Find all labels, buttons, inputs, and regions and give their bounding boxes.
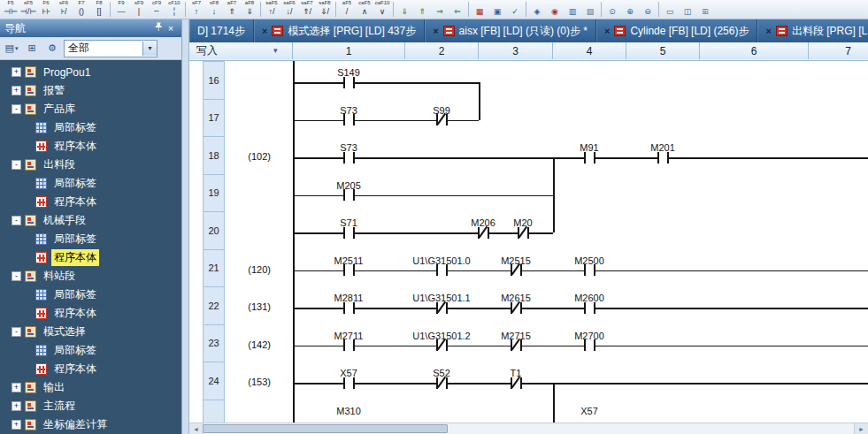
tab-5[interactable]: ×出料段 [PRG] [L <box>757 19 868 42</box>
monitor-stop-button[interactable]: ◉ <box>546 0 564 19</box>
delete-hline-button[interactable]: cF9╌ <box>148 0 165 19</box>
no-contact[interactable] <box>343 377 355 389</box>
expander-icon[interactable]: + <box>12 383 21 392</box>
expander-icon[interactable]: - <box>12 327 21 337</box>
comment-display-button[interactable]: ▧ <box>581 0 599 19</box>
tab-4[interactable]: ×Cylinde [FB] [LD] (256)步 <box>596 19 757 42</box>
falling-pulse-branch-button[interactable]: aF8⇓ <box>241 0 258 19</box>
expander-icon[interactable]: + <box>12 67 21 77</box>
no-contact[interactable] <box>343 189 355 201</box>
falling-pulse-close-branch-button[interactable]: saF8⇓/ <box>316 0 334 19</box>
tree-item-discharge-labels[interactable]: 局部标签 <box>0 174 181 193</box>
nc-contact[interactable] <box>511 377 522 389</box>
expander-icon[interactable]: + <box>12 420 21 430</box>
tree-item-mode-select-labels[interactable]: 局部标签 <box>0 341 181 360</box>
no-contact[interactable] <box>584 264 595 276</box>
insert-row-button[interactable]: ⇓ <box>396 0 413 19</box>
tab-close-icon[interactable]: × <box>262 26 267 36</box>
nc-contact[interactable] <box>436 114 448 126</box>
scroll-right-button[interactable]: ► <box>854 423 868 434</box>
rising-pulse-branch-button[interactable]: aF7⇑ <box>223 0 241 19</box>
no-contact[interactable] <box>343 264 355 276</box>
open-contact-button[interactable]: F5⊣⊢ <box>2 0 19 19</box>
convert-button[interactable]: ▦ <box>471 0 488 19</box>
tree-item-robot[interactable]: -机械手段 <box>0 211 181 230</box>
nc-contact[interactable] <box>436 377 448 389</box>
tab-close-icon[interactable]: × <box>433 26 438 36</box>
expander-icon[interactable]: - <box>12 216 21 225</box>
tree-item-product-lib-labels[interactable]: 局部标签 <box>0 118 181 137</box>
tree-item-robot-body[interactable]: 程序本体 <box>0 248 181 267</box>
tree-item-station[interactable]: -料站段 <box>0 267 181 286</box>
scroll-thumb[interactable] <box>203 424 448 433</box>
split-window-button[interactable]: ◫ <box>679 0 696 19</box>
filter-combo[interactable]: 全部 ▾ <box>64 40 157 57</box>
no-contact[interactable] <box>343 227 355 239</box>
close-branch-button[interactable]: sF6⊦/ <box>55 0 73 19</box>
expander-icon[interactable]: - <box>12 160 21 170</box>
tree-item-main-flow[interactable]: +主流程 <box>0 397 181 415</box>
falling-pulse-close-button[interactable]: saF6↓/ <box>280 0 298 19</box>
tab-close-icon[interactable]: × <box>604 26 610 36</box>
coil-button[interactable]: F7() <box>73 0 90 19</box>
no-contact[interactable] <box>584 152 595 164</box>
nav-close-icon[interactable]: × <box>165 22 177 34</box>
tree-item-mode-select[interactable]: -模式选择 <box>0 323 181 341</box>
settings-button[interactable]: ⚙ <box>43 40 61 57</box>
tree-item-robot-labels[interactable]: 局部标签 <box>0 230 181 248</box>
sort-button[interactable]: ⊞ <box>23 40 41 57</box>
pulse-conversion-button[interactable]: caF5∧ <box>356 0 373 19</box>
scroll-left-button[interactable]: ◄ <box>189 423 204 434</box>
tab-2[interactable]: ×模式选择 [PRG] [LD] 437步 <box>254 19 425 42</box>
nc-contact[interactable] <box>511 264 522 276</box>
tree-item-alarm[interactable]: +报警 <box>0 81 181 100</box>
tree-item-product-lib-body[interactable]: 程序本体 <box>0 137 181 156</box>
monitor-button[interactable]: ◈ <box>528 0 546 19</box>
nc-contact[interactable] <box>478 227 489 239</box>
tree-item-output[interactable]: +输出 <box>0 378 181 397</box>
expander-icon[interactable]: + <box>12 401 21 411</box>
zoom-in-button[interactable]: ⊕ <box>621 0 639 19</box>
convert-all-button[interactable]: ▣ <box>488 0 506 19</box>
tree-item-mode-select-body[interactable]: 程序本体 <box>0 360 181 378</box>
nc-contact[interactable] <box>511 339 522 351</box>
rising-pulse-close-branch-button[interactable]: saF7⇑/ <box>298 0 316 19</box>
expander-icon[interactable]: - <box>12 271 21 281</box>
expander-icon[interactable]: + <box>12 86 21 95</box>
instruction-button[interactable]: F8[] <box>90 0 108 19</box>
delete-column-button[interactable]: ⇐ <box>449 0 466 19</box>
tree-item-station-labels[interactable]: 局部标签 <box>0 286 181 304</box>
chevron-down-icon[interactable]: ▾ <box>142 42 157 56</box>
delete-row-button[interactable]: ⇑ <box>413 0 431 19</box>
mode-dropdown-icon[interactable]: ▾ <box>273 46 278 55</box>
tree-item-discharge[interactable]: -出料段 <box>0 156 181 174</box>
tree-item-progpou1[interactable]: +ProgPou1 <box>0 63 181 81</box>
tree-item-discharge-body[interactable]: 程序本体 <box>0 193 181 211</box>
tree-item-station-body[interactable]: 程序本体 <box>0 304 181 323</box>
no-contact[interactable] <box>584 302 595 314</box>
tab-3[interactable]: ×aisx [FB] [LD] (只读) (0)步 * <box>425 19 596 42</box>
pulse-invert-button[interactable]: caF10∨ <box>373 0 391 19</box>
device-display-button[interactable]: ▥ <box>564 0 581 19</box>
window-button[interactable]: ▭ <box>661 0 679 19</box>
h-scrollbar[interactable]: ◄ ► <box>189 423 868 434</box>
write-mode-cell[interactable]: 写入 ▾ <box>189 42 293 59</box>
no-contact[interactable] <box>343 152 355 164</box>
invert-result-button[interactable]: aF5/ <box>338 0 356 19</box>
nc-contact[interactable] <box>436 339 448 351</box>
zoom-out-button[interactable]: ⊖ <box>639 0 657 19</box>
view-mode-button[interactable]: ▤▾ <box>3 40 20 57</box>
draw-hline-button[interactable]: F9— <box>112 0 130 19</box>
no-contact[interactable] <box>343 339 355 351</box>
no-contact[interactable] <box>343 114 355 126</box>
no-contact[interactable] <box>343 302 355 314</box>
rising-pulse-close-button[interactable]: saF5↑/ <box>263 0 280 19</box>
zoom-button[interactable]: ⊙ <box>603 0 621 19</box>
falling-pulse-button[interactable]: sF8↓ <box>205 0 223 19</box>
tree-item-product-lib[interactable]: -产品库 <box>0 100 181 118</box>
tab-1[interactable]: D] 1714步 <box>189 19 254 42</box>
close-contact-button[interactable]: sF5⊣/⊢ <box>19 0 37 19</box>
open-branch-button[interactable]: F6⊦⊦ <box>37 0 55 19</box>
insert-column-button[interactable]: ⇒ <box>431 0 449 19</box>
no-contact[interactable] <box>436 264 448 276</box>
